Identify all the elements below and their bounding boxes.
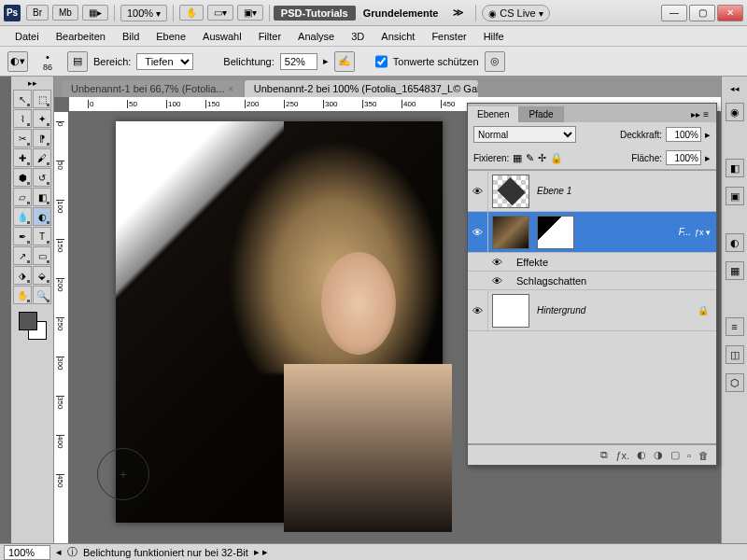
- color-panel-icon[interactable]: ◉: [726, 103, 744, 121]
- blur-tool[interactable]: 💧: [13, 207, 32, 226]
- dock-collapse-icon[interactable]: ◂◂: [730, 84, 740, 93]
- layer-thumb[interactable]: [492, 175, 529, 208]
- layer-name[interactable]: Ebene 1: [533, 186, 716, 196]
- airbrush-icon[interactable]: ✍: [334, 51, 355, 72]
- eraser-tool[interactable]: ▱: [13, 188, 32, 206]
- visibility-icon[interactable]: 👁: [468, 290, 488, 330]
- 3d-tool[interactable]: ⬗: [13, 266, 32, 285]
- layers-tab[interactable]: Ebenen: [468, 106, 519, 122]
- lock-pixels-icon[interactable]: ✎: [526, 152, 534, 164]
- heal-tool[interactable]: ✚: [13, 148, 32, 167]
- link-icon[interactable]: ⧉: [600, 449, 608, 461]
- pressure-icon[interactable]: ◎: [485, 51, 505, 72]
- eyedropper-tool[interactable]: ⁋: [33, 129, 51, 147]
- maximize-btn[interactable]: ▢: [689, 5, 715, 21]
- fx-menu-icon[interactable]: ƒx.: [615, 450, 629, 461]
- layer-row[interactable]: 👁 Hintergrund 🔒: [468, 290, 716, 331]
- pen-tool[interactable]: ✒: [13, 227, 32, 245]
- screen-icon[interactable]: ▣▾: [237, 5, 263, 21]
- lasso-tool[interactable]: ⌇: [13, 109, 32, 128]
- delete-icon[interactable]: 🗑: [698, 450, 709, 461]
- menu-analyse[interactable]: Analyse: [290, 29, 342, 44]
- info-arrow-icon[interactable]: ▸ ▸: [254, 546, 268, 558]
- layer-row[interactable]: 👁 Ebene 1: [468, 171, 716, 212]
- wand-tool[interactable]: ✦: [33, 109, 51, 128]
- path-tool[interactable]: ↗: [13, 246, 32, 265]
- stamp-tool[interactable]: ⬢: [13, 168, 32, 187]
- protect-checkbox[interactable]: [375, 53, 388, 70]
- layer-thumb[interactable]: [492, 216, 529, 249]
- channels-panel-icon[interactable]: ◫: [726, 345, 744, 364]
- visibility-icon[interactable]: 👁: [468, 212, 488, 252]
- dodge-tool[interactable]: ◐: [33, 207, 51, 226]
- history-brush-tool[interactable]: ↺: [33, 168, 51, 187]
- menu-auswahl[interactable]: Auswahl: [195, 29, 249, 44]
- menu-ansicht[interactable]: Ansicht: [374, 29, 422, 44]
- tutorials-label[interactable]: PSD-Tutorials: [274, 6, 356, 21]
- info-arrow-icon[interactable]: ◂: [56, 546, 62, 558]
- visibility-icon[interactable]: 👁: [492, 257, 511, 268]
- 3dcam-tool[interactable]: ⬙: [33, 266, 51, 285]
- hand-tool[interactable]: ✋: [13, 286, 32, 304]
- brush-panel-icon[interactable]: ▤: [67, 51, 88, 72]
- new-layer-icon[interactable]: ▫: [687, 450, 691, 461]
- lock-position-icon[interactable]: ✢: [538, 152, 546, 164]
- close-btn[interactable]: ✕: [717, 5, 743, 21]
- view-icon[interactable]: ▭▾: [207, 5, 233, 21]
- basics-label[interactable]: Grundelemente: [356, 6, 446, 21]
- frames-icon[interactable]: ▦▸: [82, 5, 108, 21]
- menu-fenster[interactable]: Fenster: [424, 29, 473, 44]
- menu-datei[interactable]: Datei: [7, 29, 47, 44]
- exposure-arrow-icon[interactable]: ▸: [323, 55, 329, 67]
- layer-row[interactable]: 👁 F... ƒx ▾: [468, 212, 716, 253]
- blend-mode-select[interactable]: Normal: [473, 126, 576, 143]
- menu-bild[interactable]: Bild: [115, 29, 147, 44]
- crop-tool[interactable]: ✂: [13, 129, 32, 147]
- lock-all-icon[interactable]: 🔒: [550, 152, 563, 164]
- menu-hilfe[interactable]: Hilfe: [476, 29, 512, 44]
- tab-doc1[interactable]: Unbenannt-1 bei 66,7% (Fotolia...×: [62, 80, 243, 97]
- mask-icon[interactable]: ◐: [637, 449, 646, 461]
- clone-panel-icon[interactable]: ▦: [726, 261, 744, 280]
- minimize-btn[interactable]: —: [661, 5, 687, 21]
- zoom-tool[interactable]: 🔍: [33, 286, 51, 304]
- brushes-panel-icon[interactable]: ◐: [726, 233, 744, 252]
- bridge-btn[interactable]: Br: [26, 5, 49, 21]
- fill-input[interactable]: [666, 150, 701, 165]
- opacity-input[interactable]: [666, 127, 701, 142]
- layer-name[interactable]: F...: [578, 227, 695, 237]
- type-tool[interactable]: T: [33, 227, 51, 245]
- layer-thumb[interactable]: [492, 294, 529, 328]
- move-tool[interactable]: ↖: [13, 90, 32, 108]
- gradient-tool[interactable]: ◧: [33, 188, 51, 206]
- menu-filter[interactable]: Filter: [251, 29, 289, 44]
- menu-ebene[interactable]: Ebene: [148, 29, 193, 44]
- fx-icon[interactable]: ƒx ▾: [695, 228, 716, 237]
- fill-arrow-icon[interactable]: ▸: [705, 152, 711, 164]
- effects-row[interactable]: 👁Effekte: [468, 253, 716, 272]
- exposure-input[interactable]: [280, 53, 317, 70]
- layer-name[interactable]: Hintergrund: [533, 305, 698, 315]
- tab-doc2[interactable]: Unbenannt-2 bei 100% (Fotolia_1654837_L©…: [245, 80, 478, 97]
- dropshadow-row[interactable]: 👁Schlagschatten: [468, 272, 716, 290]
- hand-icon[interactable]: ✋: [179, 5, 204, 21]
- cslive-btn[interactable]: ◉ CS Live ▾: [482, 5, 549, 21]
- tool-preset-icon[interactable]: ◐▾: [7, 51, 28, 72]
- layer-mask-thumb[interactable]: [537, 216, 574, 249]
- close-icon[interactable]: ×: [229, 84, 233, 93]
- toolbox-collapse-icon[interactable]: ▸▸: [28, 78, 37, 88]
- masks-panel-icon[interactable]: ▣: [726, 187, 744, 205]
- menu-bearbeiten[interactable]: Bearbeiten: [49, 29, 113, 44]
- group-icon[interactable]: ▢: [670, 449, 680, 461]
- minibridge-btn[interactable]: Mb: [52, 5, 78, 21]
- color-swatch[interactable]: [19, 312, 47, 340]
- panel-menu-icon[interactable]: ▸▸ ≡: [684, 106, 716, 122]
- visibility-icon[interactable]: 👁: [468, 171, 488, 211]
- opacity-arrow-icon[interactable]: ▸: [705, 129, 711, 141]
- paths-panel-icon[interactable]: ⬡: [726, 373, 744, 392]
- zoom-field[interactable]: 100%: [4, 545, 50, 560]
- menu-3d[interactable]: 3D: [344, 29, 372, 44]
- zoom-menu[interactable]: 100% ▾: [120, 5, 167, 21]
- more-label[interactable]: ≫: [445, 5, 472, 21]
- shape-tool[interactable]: ▭: [33, 246, 51, 265]
